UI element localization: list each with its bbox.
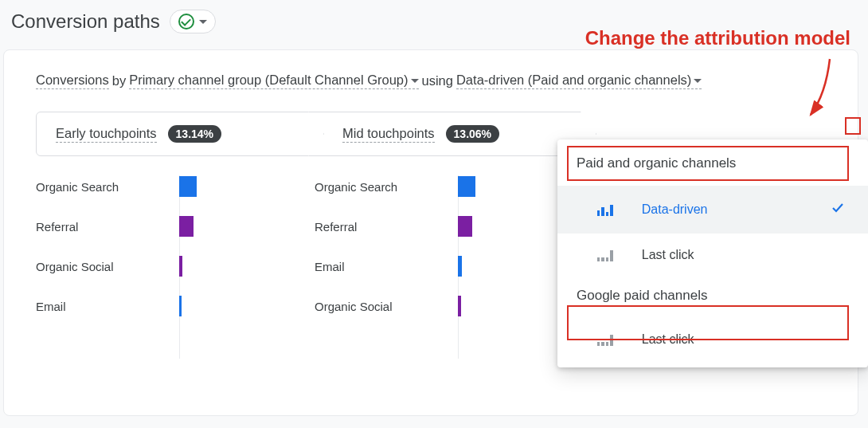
attribution-dropdown: Paid and organic channels Data-driven La… xyxy=(557,139,868,367)
annotation-text: Change the attribution model xyxy=(585,27,850,49)
bar-label: Email xyxy=(36,300,179,313)
dropdown-option-last-click-1[interactable]: Last click xyxy=(557,234,868,277)
bar-label: Referral xyxy=(315,220,458,234)
touchpoint-early[interactable]: Early touchpoints 13.14% xyxy=(36,112,324,156)
text-using: using xyxy=(422,73,453,88)
bar xyxy=(179,216,194,237)
bar-row: Email xyxy=(315,255,593,277)
dropdown-option-label: Data-driven xyxy=(642,202,708,217)
dropdown-option-label: Last click xyxy=(642,248,694,262)
bar-row: Email xyxy=(36,295,315,317)
check-icon xyxy=(830,200,846,219)
bar-row: Referral xyxy=(315,215,593,238)
bar-label: Email xyxy=(315,260,458,273)
touchpoint-value: 13.14% xyxy=(168,125,221,143)
touchpoint-label: Mid touchpoints xyxy=(342,126,435,143)
bar xyxy=(179,176,197,197)
bar-row: Organic Social xyxy=(36,255,315,277)
page-title: Conversion paths xyxy=(11,10,160,33)
bar xyxy=(458,296,461,316)
filter-sentence: Conversions by Primary channel group (De… xyxy=(36,73,835,89)
bar xyxy=(458,256,462,277)
chevron-down-icon xyxy=(694,79,702,83)
bar-row: Organic Search xyxy=(315,175,593,198)
bar xyxy=(179,296,182,316)
touchpoint-mid[interactable]: Mid touchpoints 13.06% xyxy=(308,112,596,156)
chevron-down-icon xyxy=(411,79,419,83)
text-by: by xyxy=(112,73,126,88)
bar xyxy=(458,176,475,197)
chart-mid: Organic Search Referral Email Organic So… xyxy=(315,175,593,317)
bar-label: Organic Search xyxy=(36,180,179,194)
touchpoint-value: 13.06% xyxy=(446,125,499,143)
touchpoint-label: Early touchpoints xyxy=(56,126,157,143)
bar xyxy=(179,256,182,277)
bar xyxy=(458,216,472,237)
status-selector[interactable] xyxy=(170,10,216,33)
bar-label: Referral xyxy=(36,220,179,234)
conversions-selector[interactable]: Conversions xyxy=(36,73,109,89)
annotation-highlight-section2 xyxy=(567,305,849,340)
dropdown-option-data-driven[interactable]: Data-driven xyxy=(557,186,868,234)
bar-chart-icon xyxy=(597,249,613,261)
bar-label: Organic Search xyxy=(315,180,458,194)
bar-label: Organic Social xyxy=(315,300,458,313)
bar-label: Organic Social xyxy=(36,260,179,273)
chart-rows: Organic Search Referral Email Organic So… xyxy=(315,175,593,317)
chevron-down-icon xyxy=(199,20,207,24)
bar-row: Organic Social xyxy=(315,295,593,317)
chart-early: Organic Search Referral Organic Social E… xyxy=(36,175,315,317)
attribution-model-selector[interactable]: Data-driven (Paid and organic channels) xyxy=(456,73,702,89)
chart-rows: Organic Search Referral Organic Social E… xyxy=(36,175,315,317)
dimension-selector[interactable]: Primary channel group (Default Channel G… xyxy=(129,73,418,89)
annotation-highlight-section1 xyxy=(567,146,849,181)
check-circle-icon xyxy=(178,14,194,29)
annotation-highlight-trigger xyxy=(845,117,861,135)
bar-row: Organic Search xyxy=(36,175,315,198)
bar-chart-icon xyxy=(597,204,613,216)
bar-row: Referral xyxy=(36,215,315,238)
